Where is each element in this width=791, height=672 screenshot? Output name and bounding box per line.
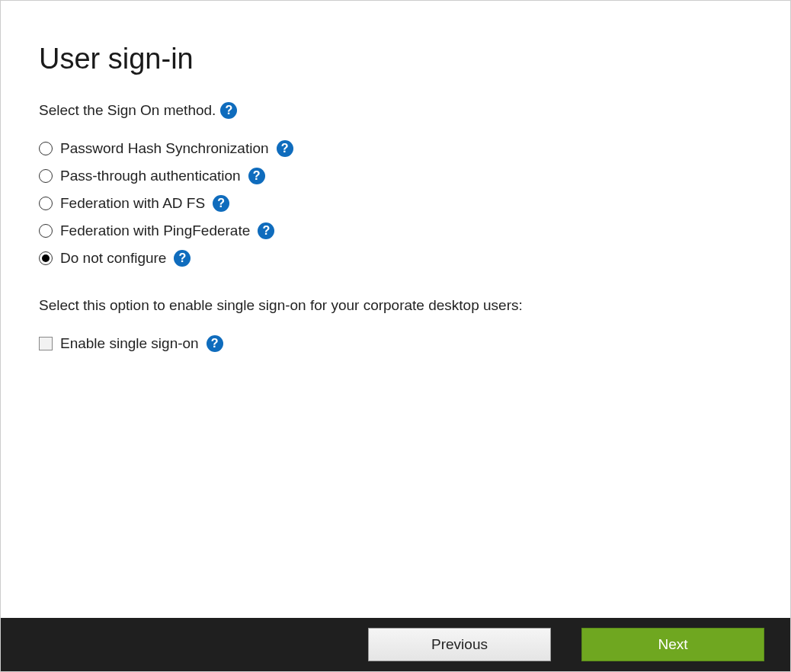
radio-label: Do not configure: [60, 250, 166, 267]
previous-button[interactable]: Previous: [368, 628, 551, 661]
footer-bar: Previous Next: [1, 618, 790, 671]
checkbox-enable-sso[interactable]: Enable single sign-on ?: [39, 335, 752, 352]
radio-circle-icon: [39, 224, 53, 238]
radio-label: Federation with PingFederate: [60, 222, 250, 239]
section-label-text: Select the Sign On method.: [39, 102, 216, 119]
radio-label: Pass-through authentication: [60, 168, 241, 184]
help-icon[interactable]: ?: [248, 168, 265, 184]
help-icon[interactable]: ?: [220, 102, 237, 119]
radio-label: Password Hash Synchronization: [60, 140, 269, 157]
next-button[interactable]: Next: [581, 628, 764, 661]
section-label-sso: Select this option to enable single sign…: [39, 297, 752, 314]
radio-circle-icon: [39, 251, 53, 265]
help-icon[interactable]: ?: [277, 140, 293, 157]
radio-label: Federation with AD FS: [60, 195, 205, 212]
radio-passthrough[interactable]: Pass-through authentication ?: [39, 168, 752, 184]
page-title: User sign-in: [39, 43, 752, 75]
radio-do-not-configure[interactable]: Do not configure ?: [39, 250, 752, 267]
checkbox-label: Enable single sign-on: [60, 335, 199, 352]
radio-circle-icon: [39, 197, 53, 210]
help-icon[interactable]: ?: [213, 195, 229, 212]
help-icon[interactable]: ?: [207, 335, 223, 352]
checkbox-box-icon: [39, 337, 53, 350]
radio-circle-icon: [39, 169, 53, 183]
radio-password-hash[interactable]: Password Hash Synchronization ?: [39, 140, 752, 157]
help-icon[interactable]: ?: [258, 222, 274, 239]
help-icon[interactable]: ?: [174, 250, 191, 267]
radio-pingfederate[interactable]: Federation with PingFederate ?: [39, 222, 752, 239]
radio-adfs[interactable]: Federation with AD FS ?: [39, 195, 752, 212]
section-label-signon: Select the Sign On method. ?: [39, 102, 237, 119]
signon-method-group: Password Hash Synchronization ? Pass-thr…: [39, 140, 752, 267]
radio-circle-icon: [39, 142, 53, 155]
